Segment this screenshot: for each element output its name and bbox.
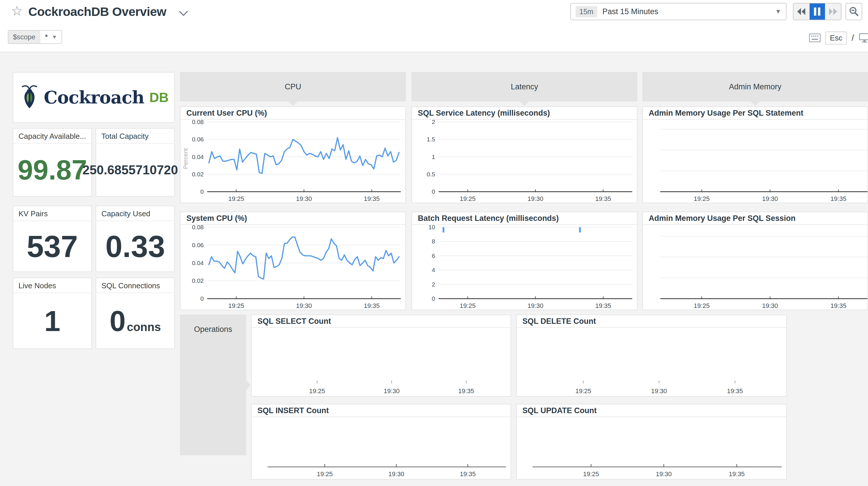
- rewind-button[interactable]: [794, 3, 809, 20]
- svg-text:19:25: 19:25: [460, 195, 475, 202]
- chart-plot-area[interactable]: 19:2519:3019:35: [643, 120, 867, 203]
- group-header-latency[interactable]: Latency: [411, 72, 638, 102]
- chart-sql_select_count[interactable]: SQL SELECT Count19:2519:3019:35: [251, 315, 511, 397]
- svg-text:19:30: 19:30: [762, 195, 778, 202]
- stat-card-capacity-used[interactable]: Capacity Used 0.33: [96, 205, 175, 272]
- chart-title: Batch Request Latency (milliseconds): [412, 212, 637, 225]
- stat-value: 0.33: [105, 231, 165, 262]
- zoom-out-button[interactable]: [845, 3, 862, 20]
- chart-admin_mem_statement[interactable]: Admin Memory Usage Per SQL Statement19:2…: [642, 106, 868, 203]
- svg-text:2: 2: [432, 120, 435, 125]
- scope-caret-icon: ▼: [52, 34, 57, 40]
- chart-batch_request_latency[interactable]: Batch Request Latency (milliseconds)0246…: [411, 211, 638, 310]
- svg-text:19:35: 19:35: [727, 388, 743, 395]
- chart-plot-area[interactable]: 19:2519:3019:35: [517, 328, 786, 396]
- fullscreen-monitor-icon[interactable]: [859, 33, 868, 43]
- chart-plot-area[interactable]: 00.020.040.060.0819:2519:3019:35: [181, 225, 405, 310]
- svg-text:10: 10: [429, 225, 435, 230]
- favorite-star-icon[interactable]: ☆: [11, 4, 23, 17]
- spike-mark: [579, 227, 581, 232]
- svg-text:19:25: 19:25: [694, 195, 710, 202]
- chart-current_user_cpu[interactable]: Current User CPU (%)00.020.040.060.0819:…: [180, 106, 406, 203]
- svg-text:19:35: 19:35: [364, 302, 380, 309]
- time-range-label: Past 15 Minutes: [602, 7, 775, 16]
- stat-card-capacity-available[interactable]: Capacity Available... 99.87: [13, 128, 92, 197]
- svg-text:0.02: 0.02: [192, 277, 204, 284]
- group-notch: [750, 101, 760, 106]
- group-label: Operations: [180, 325, 246, 334]
- svg-text:19:30: 19:30: [656, 470, 672, 478]
- svg-text:0.08: 0.08: [192, 225, 204, 230]
- title-chevron-down-icon[interactable]: [179, 10, 188, 17]
- chart-title: SQL Service Latency (milliseconds): [412, 107, 637, 120]
- svg-text:0.06: 0.06: [192, 136, 204, 143]
- group-header-operations[interactable]: Operations: [180, 315, 246, 455]
- chart-sql_service_latency[interactable]: SQL Service Latency (milliseconds)00.511…: [411, 106, 638, 203]
- top-bar: ☆ CockroachDB Overview 15m Past 15 Minut…: [0, 0, 868, 52]
- time-range-badge: 15m: [576, 6, 597, 17]
- chart-plot-area[interactable]: 00.020.040.060.0819:2519:3019:35Percent: [181, 120, 405, 203]
- stat-title: Capacity Available...: [13, 128, 91, 144]
- svg-text:19:35: 19:35: [831, 195, 846, 202]
- stat-value: 1: [44, 307, 60, 335]
- esc-shortcut-button[interactable]: Esc: [825, 31, 847, 45]
- svg-text:4: 4: [432, 266, 435, 273]
- stat-card-live-nodes[interactable]: Live Nodes 1: [13, 278, 92, 349]
- svg-text:0.04: 0.04: [192, 153, 204, 160]
- slash-separator: /: [851, 33, 854, 43]
- group-header-admin-memory[interactable]: Admin Memory: [642, 72, 868, 102]
- group-header-cpu[interactable]: CPU: [180, 72, 406, 102]
- chart-title: SQL SELECT Count: [252, 315, 510, 328]
- svg-text:19:30: 19:30: [527, 302, 543, 309]
- group-notch: [520, 101, 529, 106]
- stat-unit: conns: [127, 321, 161, 333]
- stat-card-total-capacity[interactable]: Total Capacity 250.6855710720GB: [96, 128, 175, 197]
- chart-sql_update_count[interactable]: SQL UPDATE Count19:2519:3019:35: [516, 404, 787, 480]
- group-label: Latency: [511, 82, 538, 91]
- chart-title: SQL UPDATE Count: [517, 404, 786, 417]
- stat-title: Total Capacity: [96, 128, 174, 144]
- svg-text:1.5: 1.5: [427, 136, 435, 143]
- chart-sql_delete_count[interactable]: SQL DELETE Count19:2519:3019:35: [516, 315, 787, 397]
- svg-text:19:25: 19:25: [575, 388, 591, 395]
- group-label: Admin Memory: [729, 82, 782, 91]
- svg-text:0.08: 0.08: [192, 120, 204, 125]
- scope-template-variable[interactable]: $scope * ▼: [8, 30, 62, 44]
- svg-text:19:25: 19:25: [228, 195, 244, 202]
- svg-text:19:35: 19:35: [460, 470, 475, 478]
- stat-card-sql-connections[interactable]: SQL Connections 0conns: [96, 278, 175, 349]
- pause-button[interactable]: [809, 3, 825, 20]
- stat-card-kv-pairs[interactable]: KV Pairs 537: [13, 205, 92, 272]
- chart-plot-area[interactable]: 19:2519:3019:35: [252, 417, 510, 479]
- chart-title: SQL INSERT Count: [252, 404, 510, 417]
- group-notch: [246, 380, 250, 390]
- spike-mark: [443, 227, 444, 232]
- chart-plot-area[interactable]: 00.511.5219:2519:3019:35: [412, 120, 637, 203]
- chart-title: Current User CPU (%): [181, 107, 405, 120]
- fast-forward-button[interactable]: [825, 3, 841, 20]
- svg-text:19:25: 19:25: [228, 302, 244, 309]
- svg-text:19:35: 19:35: [595, 195, 611, 202]
- chart-system_cpu[interactable]: System CPU (%)00.020.040.060.0819:2519:3…: [180, 211, 406, 310]
- svg-text:19:30: 19:30: [389, 470, 404, 478]
- stat-value: 0: [110, 305, 126, 337]
- chart-plot-area[interactable]: 19:2519:3019:35: [643, 225, 867, 310]
- svg-text:19:25: 19:25: [309, 388, 325, 395]
- chart-admin_mem_session[interactable]: Admin Memory Usage Per SQL Session19:251…: [642, 211, 868, 310]
- chart-plot-area[interactable]: 19:2519:3019:35: [517, 417, 786, 479]
- logo-card: CockroachDB: [13, 72, 175, 123]
- chart-plot-area[interactable]: 024681019:2519:3019:35: [412, 225, 637, 310]
- keyboard-icon: [809, 33, 820, 42]
- chart-sql_insert_count[interactable]: SQL INSERT Count19:2519:3019:35: [251, 404, 511, 480]
- time-range-picker[interactable]: 15m Past 15 Minutes ▼: [570, 3, 786, 20]
- svg-text:0.04: 0.04: [192, 260, 204, 266]
- svg-text:19:25: 19:25: [694, 302, 710, 309]
- stat-value: 250.6855710720: [83, 163, 178, 177]
- time-range-caret-icon: ▼: [775, 8, 781, 15]
- stat-title: Capacity Used: [96, 206, 174, 221]
- svg-text:0: 0: [432, 295, 435, 302]
- svg-text:2: 2: [432, 281, 435, 288]
- svg-text:19:35: 19:35: [595, 302, 611, 309]
- chart-plot-area[interactable]: 19:2519:3019:35: [252, 328, 510, 396]
- page-title: CockroachDB Overview: [28, 5, 166, 19]
